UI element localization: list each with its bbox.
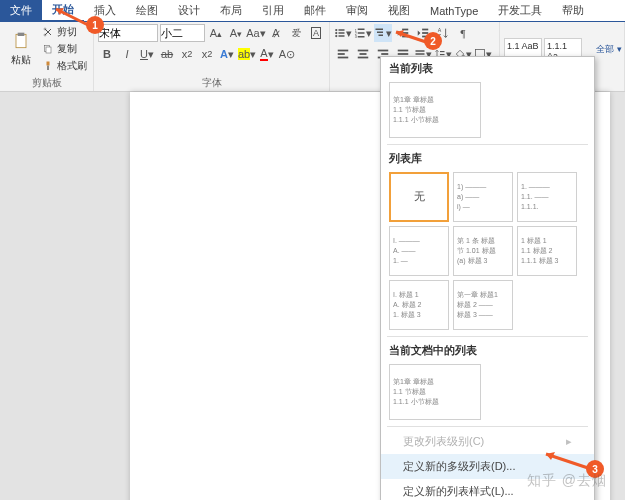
show-marks-button[interactable]: ¶ (454, 24, 472, 42)
svg-rect-15 (358, 29, 365, 31)
paste-label: 粘贴 (11, 53, 31, 67)
styles-allview[interactable]: 全部 ▾ (596, 43, 622, 56)
italic-button[interactable]: I (118, 45, 136, 63)
svg-rect-5 (46, 47, 51, 53)
font-name-select[interactable] (98, 24, 158, 42)
svg-text:3: 3 (355, 35, 357, 39)
group-label-clipboard: 剪贴板 (4, 75, 89, 91)
char-shading-button[interactable]: A⊙ (278, 45, 296, 63)
numbering-button[interactable]: 123▾ (354, 24, 372, 42)
multilevel-list-button[interactable]: ▾ (374, 24, 392, 42)
annotation-arrow-2 (392, 28, 428, 46)
svg-point-8 (335, 29, 337, 31)
svg-rect-1 (18, 33, 25, 36)
svg-rect-0 (16, 34, 26, 47)
svg-point-10 (335, 32, 337, 34)
svg-rect-33 (338, 57, 349, 59)
increase-font-button[interactable]: A▴ (207, 24, 225, 42)
align-left-icon (336, 47, 350, 61)
tab-mathtype[interactable]: MathType (420, 2, 488, 20)
multilevel-list-dropdown: 当前列表 第1章 章标题 1.1 节标题 1.1.1 小节标题 列表库 无 1)… (380, 56, 595, 500)
svg-rect-21 (377, 32, 383, 34)
list-thumb-current[interactable]: 第1章 章标题 1.1 节标题 1.1.1 小节标题 (389, 82, 481, 138)
svg-rect-20 (376, 29, 384, 31)
list-thumb-lib6[interactable]: I. 标题 1A. 标题 21. 标题 3 (389, 280, 449, 330)
svg-rect-44 (416, 53, 425, 55)
tab-design[interactable]: 设计 (168, 0, 210, 21)
svg-rect-38 (381, 53, 388, 55)
clear-formatting-button[interactable]: A̷ (267, 24, 285, 42)
dd-section-doc: 当前文档中的列表 (381, 339, 594, 360)
svg-rect-6 (47, 62, 50, 66)
tab-file[interactable]: 文件 (0, 0, 42, 21)
subscript-button[interactable]: x2 (178, 45, 196, 63)
separator (387, 144, 588, 145)
annotation-arrow-1 (50, 5, 90, 30)
list-thumb-none[interactable]: 无 (389, 172, 449, 222)
brush-icon (42, 60, 54, 72)
dd-section-current: 当前列表 (381, 57, 594, 78)
enclose-chars-button[interactable]: A (307, 24, 325, 42)
tab-layout[interactable]: 布局 (210, 0, 252, 21)
copy-button[interactable]: 复制 (40, 41, 89, 57)
align-center-button[interactable] (354, 45, 372, 63)
annotation-arrow-3 (542, 448, 592, 472)
svg-point-12 (335, 35, 337, 37)
list-thumb-lib5[interactable]: 1 标题 11.1 标题 21.1.1 标题 3 (517, 226, 577, 276)
bullets-button[interactable]: ▾ (334, 24, 352, 42)
bullets-icon (334, 26, 346, 40)
separator (387, 426, 588, 427)
svg-rect-9 (339, 29, 345, 31)
strikethrough-button[interactable]: ab (158, 45, 176, 63)
text-effects-button[interactable]: A▾ (218, 45, 236, 63)
list-thumb-lib7[interactable]: 第一章 标题1标题 2 ——标题 3 —— (453, 280, 513, 330)
list-thumb-lib1[interactable]: 1) ——— a) —— i) — (453, 172, 513, 222)
format-painter-button[interactable]: 格式刷 (40, 58, 89, 74)
font-size-select[interactable] (160, 24, 205, 42)
group-clipboard: 粘贴 剪切 复制 格式刷 剪贴板 (0, 22, 94, 91)
font-color-button[interactable]: A▾ (258, 45, 276, 63)
multilevel-icon (374, 26, 386, 40)
svg-rect-31 (338, 50, 349, 52)
phonetic-guide-button[interactable]: 爱 (287, 24, 305, 42)
svg-rect-36 (358, 57, 369, 59)
list-thumb-lib4[interactable]: 第 1 条 标题节 1.01 标题(a) 标题 3 (453, 226, 513, 276)
numbering-icon: 123 (354, 26, 366, 40)
svg-rect-13 (339, 35, 345, 37)
annotation-marker-1: 1 (86, 16, 104, 34)
svg-rect-34 (358, 50, 369, 52)
tab-help[interactable]: 帮助 (552, 0, 594, 21)
group-font: A▴ A▾ Aa▾ A̷ 爱 A B I U▾ ab x2 x2 A▾ ab▾ … (94, 22, 330, 91)
align-center-icon (356, 47, 370, 61)
svg-rect-7 (47, 66, 49, 71)
tab-mail[interactable]: 邮件 (294, 0, 336, 21)
style-preview: 1.1 AaB (507, 41, 539, 51)
svg-rect-17 (358, 32, 365, 34)
svg-rect-22 (379, 35, 384, 37)
paste-button[interactable]: 粘贴 (4, 24, 38, 74)
tab-view[interactable]: 视图 (378, 0, 420, 21)
annotation-marker-2: 2 (424, 32, 442, 50)
list-thumb-doc[interactable]: 第1章 章标题 1.1 节标题 1.1.1 小节标题 (389, 364, 481, 420)
tab-draw[interactable]: 绘图 (126, 0, 168, 21)
svg-rect-46 (440, 51, 445, 52)
superscript-button[interactable]: x2 (198, 45, 216, 63)
underline-button[interactable]: U▾ (138, 45, 156, 63)
watermark: 知乎 @去烟 (527, 472, 607, 490)
highlight-button[interactable]: ab▾ (238, 45, 256, 63)
svg-rect-37 (378, 50, 389, 52)
copy-label: 复制 (57, 42, 77, 56)
list-thumb-lib2[interactable]: 1. ——— 1.1. —— 1.1.1. (517, 172, 577, 222)
change-case-button[interactable]: Aa▾ (247, 24, 265, 42)
tab-references[interactable]: 引用 (252, 0, 294, 21)
svg-text:A: A (438, 27, 442, 33)
tab-review[interactable]: 审阅 (336, 0, 378, 21)
bold-button[interactable]: B (98, 45, 116, 63)
group-label-font: 字体 (98, 75, 325, 91)
align-left-button[interactable] (334, 45, 352, 63)
svg-rect-32 (338, 53, 345, 55)
svg-rect-41 (398, 53, 409, 55)
decrease-font-button[interactable]: A▾ (227, 24, 245, 42)
tab-developer[interactable]: 开发工具 (488, 0, 552, 21)
list-thumb-lib3[interactable]: I. ——— A. —— 1. — (389, 226, 449, 276)
